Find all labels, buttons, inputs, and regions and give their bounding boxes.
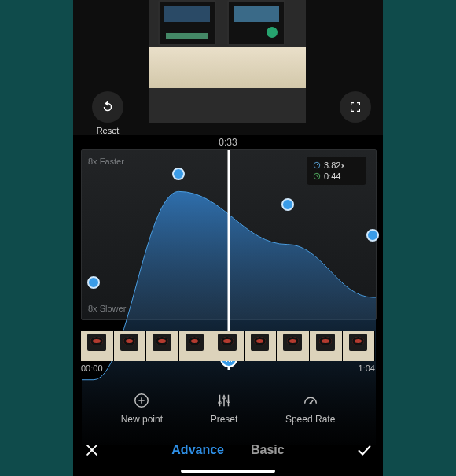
speed-rate-label: Speed Rate	[285, 414, 335, 425]
new-point-button[interactable]: New point	[121, 392, 163, 425]
reset-icon	[101, 100, 115, 114]
check-icon	[355, 441, 373, 459]
thumbnail	[146, 331, 179, 361]
plus-circle-icon	[133, 392, 150, 409]
strip-start-time: 00:00	[81, 363, 103, 373]
tab-advance[interactable]: Advance	[171, 443, 224, 457]
thumbnail	[179, 331, 212, 361]
preset-label: Preset	[211, 414, 238, 425]
curve-point[interactable]	[172, 168, 185, 180]
reset-label: Reset	[84, 126, 131, 135]
preview-image	[149, 0, 306, 123]
reset-button[interactable]	[92, 91, 123, 123]
thumbnail	[211, 331, 245, 361]
new-point-label: New point	[121, 414, 163, 425]
strip-end-time: 1:04	[359, 363, 375, 373]
curve-point[interactable]	[281, 198, 294, 211]
curve-point[interactable]	[87, 276, 100, 289]
sliders-icon	[215, 392, 233, 409]
speed-graph[interactable]: 8x Faster 8x Slower 3.82x 0:44	[81, 149, 377, 320]
preset-button[interactable]: Preset	[211, 392, 238, 425]
svg-point-6	[310, 403, 311, 404]
curve-point[interactable]	[366, 229, 379, 242]
close-icon	[84, 442, 100, 458]
fullscreen-icon	[349, 101, 362, 113]
thumbnail-strip[interactable]	[81, 331, 375, 361]
thumbnail	[81, 331, 114, 361]
thumbnail	[343, 331, 376, 361]
thumbnail	[277, 331, 310, 361]
tab-basic[interactable]: Basic	[251, 443, 285, 457]
thumbnail	[310, 331, 343, 361]
gauge-icon	[302, 392, 319, 409]
home-indicator[interactable]	[181, 470, 275, 473]
fullscreen-button[interactable]	[340, 91, 371, 123]
cancel-button[interactable]	[73, 442, 111, 458]
action-toolbar: New point Preset Speed Rate	[73, 386, 383, 431]
bottom-bar: Advance Basic	[73, 434, 383, 466]
thumbnail	[114, 331, 147, 361]
playhead-time: 0:33	[73, 137, 383, 148]
confirm-button[interactable]	[345, 441, 383, 459]
speed-rate-button[interactable]: Speed Rate	[285, 392, 335, 425]
thumbnail	[245, 331, 278, 361]
